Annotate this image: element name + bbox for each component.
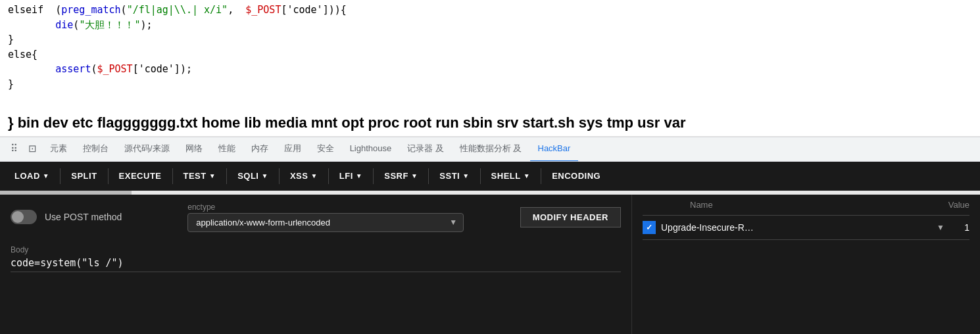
tab-perf-insights[interactable]: 性能数据分析 及 <box>452 137 530 162</box>
hackbar-load-btn[interactable]: LOAD ▼ <box>5 167 59 185</box>
divider-4 <box>226 168 227 184</box>
right-panel: Name Value Upgrade-Insecure-R… ▼ 1 <box>631 195 980 334</box>
devtools-tabbar: ⠿ ⊡ 元素 控制台 源代码/来源 网络 性能 内存 应用 安全 Lightho <box>0 137 980 162</box>
modify-header-button[interactable]: MODIFY HEADER <box>520 207 621 227</box>
divider-10 <box>541 168 541 184</box>
header-columns: Name Value <box>643 195 969 212</box>
code-line-1: elseif (preg_match("/fl|ag|\\.| x/i", $_… <box>8 3 980 18</box>
hackbar-test-btn[interactable]: TEST ▼ <box>174 167 226 185</box>
code-line-4: else{ <box>8 47 980 62</box>
hackbar-panel: LOAD ▼ SPLIT EXECUTE TEST ▼ SQLI ▼ <box>0 162 980 334</box>
header-row-underline <box>643 239 969 240</box>
header-row-upgrade: Upgrade-Insecure-R… ▼ 1 <box>643 218 969 237</box>
enctype-select-wrapper[interactable]: application/x-www-form-urlencoded ▼ <box>187 213 464 232</box>
tab-memory[interactable]: 内存 <box>243 137 276 162</box>
code-line-5: assert($_POST['code']); <box>8 62 980 77</box>
body-label: Body <box>11 245 621 254</box>
tab-security[interactable]: 安全 <box>309 137 342 162</box>
hackbar-lfi-btn[interactable]: LFI ▼ <box>330 167 372 185</box>
dir-content: bin dev etc flaggggggg.txt home lib medi… <box>14 114 686 131</box>
test-arrow-icon: ▼ <box>209 172 216 179</box>
lfi-arrow-icon: ▼ <box>356 172 362 179</box>
hackbar-execute-btn[interactable]: EXECUTE <box>110 167 171 185</box>
dir-brace: } <box>8 114 14 131</box>
tab-elements[interactable]: 元素 <box>42 137 75 162</box>
header-name-column-label: Name <box>669 200 919 210</box>
hackbar-shell-btn[interactable]: SHELL ▼ <box>482 167 540 185</box>
hackbar-sqli-btn[interactable]: SQLI ▼ <box>228 167 278 185</box>
divider-8 <box>428 168 429 184</box>
ssrf-arrow-icon: ▼ <box>411 172 418 179</box>
shell-arrow-icon: ▼ <box>524 172 530 179</box>
divider-1 <box>60 168 61 184</box>
tab-application[interactable]: 应用 <box>276 137 309 162</box>
tab-sources[interactable]: 源代码/来源 <box>116 137 178 162</box>
hackbar-ssti-btn[interactable]: SSTI ▼ <box>430 167 478 185</box>
divider-5 <box>279 168 280 184</box>
divider-3 <box>172 168 173 184</box>
sqli-arrow-icon: ▼ <box>261 172 268 179</box>
load-arrow-icon: ▼ <box>43 172 49 179</box>
code-line-2: die("大胆！！！"); <box>8 18 980 33</box>
ssti-arrow-icon: ▼ <box>462 172 469 179</box>
devtools-icon-cursor[interactable]: ⠿ <box>5 137 23 162</box>
header-dropdown-icon[interactable]: ▼ <box>937 223 944 232</box>
post-method-label: Use POST method <box>45 212 122 222</box>
tab-performance[interactable]: 性能 <box>210 137 243 162</box>
xss-arrow-icon: ▼ <box>310 172 317 179</box>
header-cols-underline <box>643 215 969 216</box>
enctype-select[interactable]: application/x-www-form-urlencoded <box>187 213 464 232</box>
post-method-toggle[interactable] <box>11 210 37 224</box>
hackbar-toolbar: LOAD ▼ SPLIT EXECUTE TEST ▼ SQLI ▼ <box>0 162 980 191</box>
hackbar-split-btn[interactable]: SPLIT <box>62 167 106 185</box>
tab-network[interactable]: 网络 <box>178 137 210 162</box>
dir-listing: } bin dev etc flaggggggg.txt home lib me… <box>0 110 980 137</box>
scroll-bar[interactable] <box>0 191 980 195</box>
hackbar-ssrf-btn[interactable]: SSRF ▼ <box>375 167 427 185</box>
tab-recorder[interactable]: 记录器 及 <box>399 137 452 162</box>
hackbar-xss-btn[interactable]: XSS ▼ <box>281 167 327 185</box>
divider-2 <box>108 168 109 184</box>
header-value-column-label: Value <box>930 200 969 210</box>
header-name-value: Upgrade-Insecure-R… <box>661 222 931 233</box>
code-area: elseif (preg_match("/fl|ag|\\.| x/i", $_… <box>0 0 980 110</box>
code-line-3: } <box>8 32 980 47</box>
toggle-thumb <box>12 211 24 223</box>
body-value[interactable]: code=system("ls /") <box>11 257 621 269</box>
hackbar-content: Use POST method enctype application/x-ww… <box>0 195 980 334</box>
tab-lighthouse[interactable]: Lighthouse <box>342 137 400 162</box>
divider-7 <box>373 168 374 184</box>
tab-console[interactable]: 控制台 <box>75 137 116 162</box>
left-panel: Use POST method enctype application/x-ww… <box>0 195 631 334</box>
header-checkbox[interactable] <box>643 221 656 234</box>
enctype-label: enctype <box>187 203 464 213</box>
code-line-6: } <box>8 77 980 92</box>
body-underline <box>11 272 621 272</box>
tab-hackbar[interactable]: HackBar <box>530 137 579 162</box>
divider-9 <box>480 168 481 184</box>
body-section: Body code=system("ls /") <box>0 240 631 277</box>
devtools-icon-inspect[interactable]: ⊡ <box>23 137 42 162</box>
header-value-value: 1 <box>950 222 969 233</box>
divider-6 <box>328 168 329 184</box>
hackbar-encoding-btn[interactable]: ENCODING <box>543 167 610 185</box>
main-container: elseif (preg_match("/fl|ag|\\.| x/i", $_… <box>0 0 980 334</box>
scroll-thumb <box>0 191 132 195</box>
